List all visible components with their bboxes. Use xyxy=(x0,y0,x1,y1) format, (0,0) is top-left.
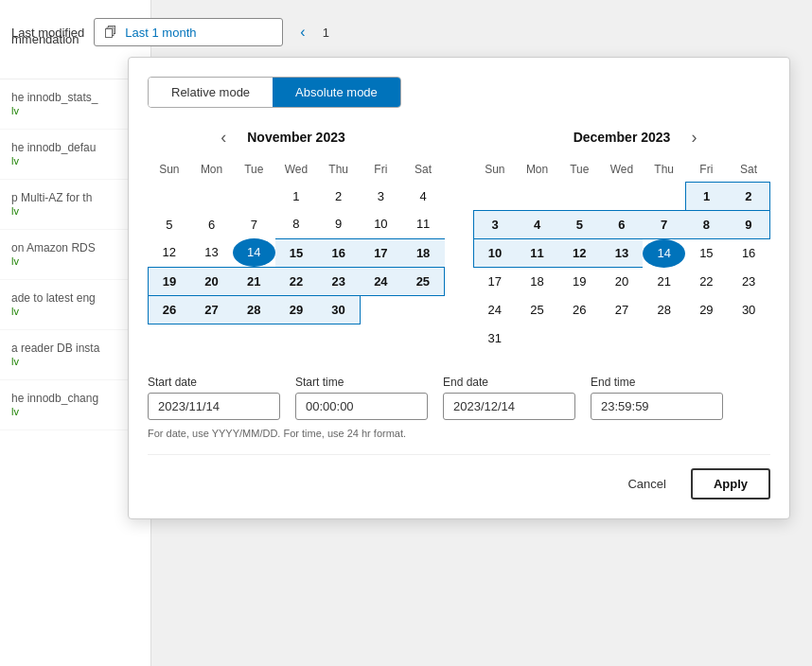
dec-day-11[interactable]: 11 xyxy=(516,239,558,268)
dec-day-13[interactable]: 13 xyxy=(601,239,644,268)
nov-day-5[interactable]: 5 xyxy=(149,210,191,238)
dec-empty xyxy=(516,324,558,353)
start-date-label: Start date xyxy=(148,376,280,389)
nov-day-14-selected[interactable]: 14 xyxy=(233,238,275,267)
date-picker-popup: Relative mode Absolute mode ‹ November 2… xyxy=(128,57,790,519)
november-grid: Sun Mon Tue Wed Thu Fri Sat xyxy=(148,159,445,324)
mode-toggle: Relative mode Absolute mode xyxy=(148,77,401,108)
nov-week-3: 12 13 14 15 16 17 18 xyxy=(149,238,445,267)
dec-day-30[interactable]: 30 xyxy=(728,296,770,324)
calendars-container: ‹ November 2023 › Sun Mon Tue Wed Thu Fr… xyxy=(148,127,770,353)
dec-week-5: 24 25 26 27 28 29 30 xyxy=(474,296,770,324)
december-next-button[interactable]: › xyxy=(685,127,702,148)
dec-day-23[interactable]: 23 xyxy=(728,268,770,296)
dec-day-20[interactable]: 20 xyxy=(601,268,644,296)
dec-day-22[interactable]: 22 xyxy=(685,268,728,296)
nov-empty xyxy=(360,295,402,324)
end-time-input[interactable] xyxy=(591,393,723,420)
nov-day-26[interactable]: 26 xyxy=(149,295,191,324)
dec-day-4[interactable]: 4 xyxy=(516,211,558,239)
december-days-header: Sun Mon Tue Wed Thu Fri Sat xyxy=(474,159,770,183)
apply-button[interactable]: Apply xyxy=(691,468,770,500)
start-date-input[interactable] xyxy=(148,393,280,420)
nov-day-12[interactable]: 12 xyxy=(149,238,191,267)
dec-day-15[interactable]: 15 xyxy=(685,239,728,268)
nov-day-4[interactable]: 4 xyxy=(402,182,445,210)
dec-day-16[interactable]: 16 xyxy=(728,239,770,268)
nov-day-30[interactable]: 30 xyxy=(317,295,360,324)
dec-day-2[interactable]: 2 xyxy=(728,183,770,211)
nov-day-25[interactable]: 25 xyxy=(402,267,445,295)
december-calendar: ‹ December 2023 › Sun Mon Tue Wed Thu Fr… xyxy=(473,127,770,353)
nov-week-5: 26 27 28 29 30 xyxy=(149,295,445,324)
nov-day-28[interactable]: 28 xyxy=(233,295,275,324)
dec-empty xyxy=(601,183,644,211)
date-filter-input[interactable]: 🗍 Last 1 month xyxy=(94,18,283,46)
col-sat: Sat xyxy=(728,159,770,183)
dec-empty xyxy=(558,324,601,353)
nov-day-13[interactable]: 13 xyxy=(190,238,233,267)
dec-day-1[interactable]: 1 xyxy=(685,183,728,211)
dec-day-25[interactable]: 25 xyxy=(516,296,558,324)
dec-day-28[interactable]: 28 xyxy=(643,296,685,324)
dec-day-3[interactable]: 3 xyxy=(474,211,517,239)
dec-day-31[interactable]: 31 xyxy=(474,324,517,353)
nov-day-7[interactable]: 7 xyxy=(233,210,275,238)
relative-mode-button[interactable]: Relative mode xyxy=(149,78,273,107)
dec-day-17[interactable]: 17 xyxy=(474,268,517,296)
nov-day-1[interactable]: 1 xyxy=(275,182,318,210)
prev-page-arrow[interactable]: ‹ xyxy=(292,20,312,44)
dec-empty xyxy=(643,183,685,211)
nov-day-10[interactable]: 10 xyxy=(360,210,402,238)
dec-week-2: 3 4 5 6 7 8 9 xyxy=(474,211,770,239)
dec-day-5[interactable]: 5 xyxy=(558,211,601,239)
nov-day-3[interactable]: 3 xyxy=(360,182,402,210)
nov-day-6[interactable]: 6 xyxy=(190,210,233,238)
dec-day-10[interactable]: 10 xyxy=(474,239,517,268)
nov-day-15[interactable]: 15 xyxy=(275,238,318,267)
col-fri: Fri xyxy=(685,159,728,183)
nov-day-27[interactable]: 27 xyxy=(190,295,233,324)
top-bar: Last modified 🗍 Last 1 month ‹ 1 xyxy=(0,11,812,53)
start-time-input[interactable] xyxy=(295,393,428,420)
nov-day-11[interactable]: 11 xyxy=(402,210,445,238)
nov-empty xyxy=(190,182,233,210)
dec-day-29[interactable]: 29 xyxy=(685,296,728,324)
november-prev-button[interactable]: ‹ xyxy=(215,127,232,148)
dec-day-7[interactable]: 7 xyxy=(643,211,685,239)
nov-day-22[interactable]: 22 xyxy=(275,267,318,295)
nov-day-16[interactable]: 16 xyxy=(317,238,360,267)
cancel-button[interactable]: Cancel xyxy=(612,468,680,500)
dec-day-14-selected[interactable]: 14 xyxy=(643,239,685,268)
nov-empty xyxy=(402,295,445,324)
start-time-label: Start time xyxy=(295,376,428,389)
dec-day-19[interactable]: 19 xyxy=(558,268,601,296)
nov-day-24[interactable]: 24 xyxy=(360,267,402,295)
nov-day-20[interactable]: 20 xyxy=(190,267,233,295)
dec-day-12[interactable]: 12 xyxy=(558,239,601,268)
nov-day-29[interactable]: 29 xyxy=(275,295,318,324)
date-time-inputs-row: Start date Start time End date End time xyxy=(148,376,770,420)
nov-day-9[interactable]: 9 xyxy=(317,210,360,238)
nov-day-17[interactable]: 17 xyxy=(360,238,402,267)
start-date-group: Start date xyxy=(148,376,280,420)
dec-day-26[interactable]: 26 xyxy=(558,296,601,324)
absolute-mode-button[interactable]: Absolute mode xyxy=(273,78,400,107)
dec-day-24[interactable]: 24 xyxy=(474,296,517,324)
dec-day-8[interactable]: 8 xyxy=(685,211,728,239)
nov-day-8[interactable]: 8 xyxy=(275,210,318,238)
nov-day-19[interactable]: 19 xyxy=(149,267,191,295)
nov-day-18[interactable]: 18 xyxy=(402,238,445,267)
dec-day-27[interactable]: 27 xyxy=(601,296,644,324)
nov-day-23[interactable]: 23 xyxy=(317,267,360,295)
dec-empty xyxy=(558,183,601,211)
dec-day-21[interactable]: 21 xyxy=(643,268,685,296)
dec-day-18[interactable]: 18 xyxy=(516,268,558,296)
dec-day-9[interactable]: 9 xyxy=(728,211,770,239)
nov-day-21[interactable]: 21 xyxy=(233,267,275,295)
end-date-input[interactable] xyxy=(443,393,575,420)
nov-empty xyxy=(233,182,275,210)
nov-day-2[interactable]: 2 xyxy=(317,182,360,210)
dec-day-6[interactable]: 6 xyxy=(601,211,644,239)
november-header: ‹ November 2023 › xyxy=(148,127,445,148)
